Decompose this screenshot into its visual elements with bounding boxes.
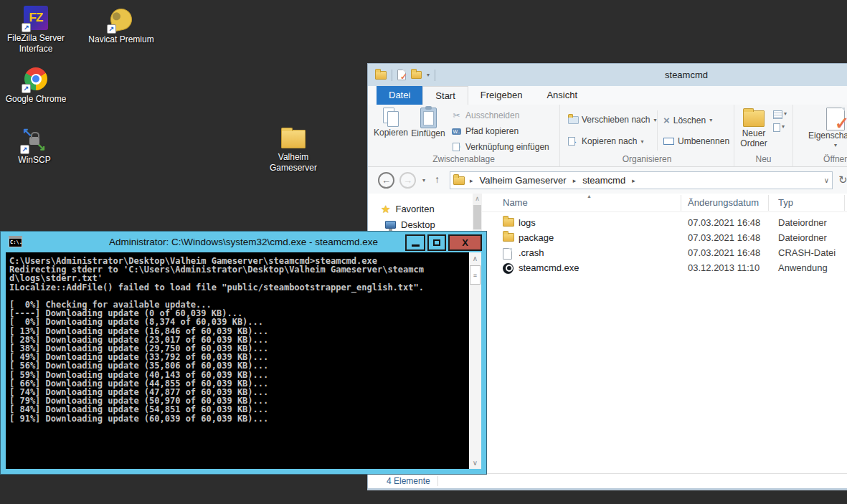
column-header-name[interactable]: Name: [503, 197, 528, 208]
minimize-icon: [412, 244, 420, 247]
copy-icon: [383, 108, 399, 128]
delete-button[interactable]: × Löschen ▾: [663, 115, 712, 125]
properties-icon: ✓: [826, 108, 845, 130]
file-row-steamcmd[interactable]: steamcmd.exe 03.12.2013 11:10 Anwendung: [482, 261, 847, 276]
group-label-clipboard: Zwischenablage: [368, 154, 559, 164]
easy-access-icon: [773, 123, 780, 132]
new-folder-button[interactable]: Neuer Ordner: [737, 108, 770, 148]
console-line: ILocalize::AddFile() failed to load file…: [9, 283, 469, 292]
breadcrumb-valheim[interactable]: Valheim Gameserver: [478, 175, 568, 186]
desktop-icon-label: Valheim Gameserver: [259, 152, 328, 173]
delete-icon: ×: [663, 115, 670, 125]
file-row-package[interactable]: package 07.03.2021 16:48 Dateiordner: [482, 231, 847, 246]
minimize-button[interactable]: [405, 234, 425, 251]
recent-locations-icon[interactable]: ▾: [422, 177, 425, 184]
desktop-icon-chrome[interactable]: ↗ Google Chrome: [1, 67, 70, 105]
shortcut-arrow-icon: ↗: [22, 84, 31, 93]
ribbon-group-new: Neuer Ordner ▾ ▾ Neu: [734, 105, 793, 166]
copy-to-button[interactable]: → Kopieren nach ▾: [567, 136, 643, 146]
scroll-thumb[interactable]: ≡: [470, 265, 481, 285]
rename-button[interactable]: Umbenennen: [663, 136, 729, 146]
scroll-up-icon[interactable]: ∧: [473, 195, 482, 202]
desktop-monitor-icon: [385, 221, 396, 229]
address-box[interactable]: ▸ Valheim Gameserver ▸ steamcmd ▸ ∨: [450, 171, 833, 189]
move-to-button[interactable]: → Verschieben nach ▾: [567, 115, 656, 125]
steam-icon: [503, 263, 514, 274]
console-line: [ 13%] Downloading update (16,846 of 60,…: [9, 327, 469, 336]
filezilla-icon: FZ ↗: [24, 6, 48, 30]
desktop-icon-valheim-gameserver[interactable]: Valheim Gameserver: [259, 125, 328, 173]
paste-shortcut-button[interactable]: ↗ Verknüpfung einfügen: [451, 142, 549, 152]
file-icon: [503, 248, 512, 260]
chevron-down-icon: ▾: [640, 138, 643, 145]
ribbon-tabs: Datei Start Freigeben Ansicht: [368, 86, 847, 105]
easy-access-button[interactable]: ▾: [773, 123, 787, 132]
console-scrollbar[interactable]: ∧ ≡ ∨: [469, 252, 481, 469]
desktop-icon-winscp[interactable]: ↖ ↘ ↗ WinSCP: [0, 128, 69, 166]
copy-path-button[interactable]: W.. Pfad kopieren: [451, 126, 519, 136]
console-line: [ 56%] Downloading update (35,806 of 60,…: [9, 361, 469, 370]
console-line: d\logs\stderr.txt': [9, 274, 469, 282]
new-folder-icon: [743, 110, 765, 127]
star-icon: ★: [381, 204, 390, 214]
group-label-new: Neu: [734, 154, 792, 164]
tab-freigeben[interactable]: Freigeben: [468, 86, 535, 105]
group-label-organize: Organisieren: [560, 154, 734, 164]
winscp-icon: ↖ ↘ ↗: [22, 128, 47, 152]
scroll-thumb[interactable]: [473, 205, 481, 229]
desktop-icon-label: WinSCP: [18, 155, 50, 166]
breadcrumb-separator-icon: ▸: [630, 177, 638, 184]
console-line: [ 59%] Downloading update (40,143 of 60,…: [9, 371, 469, 379]
breadcrumb-separator-icon: ▸: [571, 177, 579, 184]
status-bar: 4 Elemente: [368, 473, 847, 488]
folder-icon: [281, 125, 306, 149]
breadcrumb-steamcmd[interactable]: steamcmd: [581, 175, 627, 186]
shortcut-arrow-icon: ↗: [20, 145, 29, 154]
cmd-titlebar[interactable]: C:\. Administrator: C:\Windows\system32\…: [1, 232, 486, 252]
paste-button[interactable]: Einfügen: [410, 108, 447, 138]
sidebar-item-favoriten[interactable]: ★ Favoriten: [368, 201, 473, 217]
item-count: 4 Elemente: [387, 476, 430, 486]
explorer-titlebar: ✓ ▾ steamcmd: [368, 64, 847, 86]
shortcut-arrow-icon: ↗: [22, 23, 31, 32]
column-header-date[interactable]: Änderungsdatum: [688, 197, 759, 208]
window-title: steamcmd: [368, 70, 847, 80]
chrome-icon: ↗: [24, 67, 48, 91]
column-headers: ▲ Name Änderungsdatum Typ: [482, 194, 847, 212]
sidebar-item-desktop[interactable]: Desktop: [368, 217, 473, 232]
properties-button[interactable]: ✓ Eigenschaften ▾: [805, 108, 847, 151]
refresh-icon[interactable]: ↻: [838, 173, 847, 186]
file-row-crash[interactable]: .crash 07.03.2021 16:48 CRASH-Datei: [482, 246, 847, 261]
breadcrumb-separator-icon: ▸: [468, 177, 475, 184]
copy-button[interactable]: Kopieren: [374, 108, 408, 138]
desktop-icon-filezilla[interactable]: FZ ↗ FileZilla Server Interface: [1, 6, 70, 54]
back-button[interactable]: ←: [378, 172, 394, 189]
new-item-button[interactable]: ▾: [773, 110, 787, 119]
copy-to-icon: →: [567, 136, 578, 146]
tab-ansicht[interactable]: Ansicht: [534, 86, 590, 105]
up-button[interactable]: ↑: [435, 173, 440, 185]
address-dropdown-icon[interactable]: ∨: [824, 176, 829, 184]
ribbon-group-open: ✓ Eigenschaften ▾ Öffnen: [793, 105, 847, 166]
desktop-icon-label: FileZilla Server Interface: [1, 33, 70, 54]
scroll-down-icon[interactable]: ∨: [469, 459, 481, 467]
tab-start[interactable]: Start: [422, 86, 468, 105]
rename-icon: [663, 138, 674, 145]
column-header-type[interactable]: Typ: [778, 197, 793, 208]
console-area: C:\Users\Administrator\Desktop\Valheim G…: [6, 252, 481, 469]
maximize-button[interactable]: [427, 234, 446, 251]
close-button[interactable]: X: [448, 234, 482, 251]
forward-button[interactable]: →: [399, 172, 416, 189]
desktop-icon-label: Google Chrome: [6, 94, 67, 105]
folder-icon: [503, 233, 514, 242]
maximize-icon: [433, 239, 440, 246]
desktop-icon-navicat[interactable]: ↗ Navicat Premium: [87, 7, 156, 45]
cut-button[interactable]: ✂ Ausschneiden: [451, 110, 519, 120]
address-bar: ← → ▾ ↑ ▸ Valheim Gameserver ▸ steamcmd …: [368, 167, 847, 194]
console-line: [ 0%] Downloading update (8,374 of 60,03…: [9, 318, 469, 326]
folder-icon: [503, 218, 514, 227]
console-line: [ 91%] Downloading update (60,039 of 60,…: [9, 414, 469, 423]
file-row-logs[interactable]: logs 07.03.2021 16:48 Dateiordner: [482, 216, 847, 231]
tab-datei[interactable]: Datei: [377, 86, 422, 105]
scroll-up-icon[interactable]: ∧: [469, 255, 481, 262]
